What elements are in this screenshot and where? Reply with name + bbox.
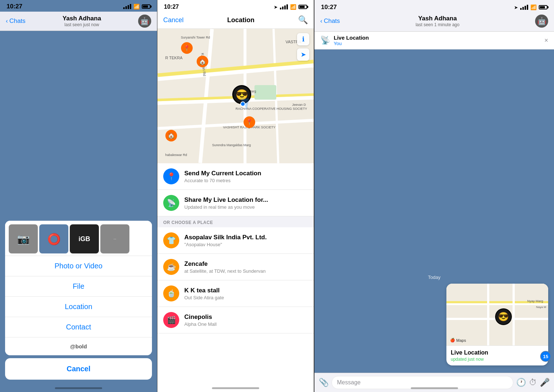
current-location-icon: 📍 [163,168,179,184]
map-pin-1: 📍 [181,42,193,54]
battery-icon-2 [298,5,307,9]
place-sub-4: Alpha One Mall [184,321,308,327]
photo-thumb-1[interactable] [39,224,68,253]
photo-thumb-2[interactable]: iGB [70,224,99,253]
place-text-3: K K tea stall Out Side Atira gate [184,287,308,300]
map-pin-3: 📍 [244,116,255,128]
avatar-3[interactable]: 🤖 [535,15,548,28]
live-location-icon: 📡 [163,195,179,211]
map-label-rtekra: R TEKRA [165,56,182,60]
avatar-1[interactable]: 🤖 [138,15,151,28]
signal-icon-2 [280,4,288,9]
map-view[interactable]: VASTRA R TEKRA Kadambari Rd RACHANA COOP… [157,29,314,163]
wifi-icon: 📶 [133,4,140,9]
camera-thumb[interactable] [9,224,38,253]
battery-icon-3 [539,5,547,9]
battery-icon [142,4,150,9]
chat-header-title-3: Yash Adhana last seen 1 minute ago [416,15,459,27]
chevron-left-icon-3: ‹ [320,17,322,25]
contact-option[interactable]: Contact [5,317,152,337]
action-sheet-photos: iGB ··· Photo or Video File Location Con… [5,221,152,355]
map-info-button[interactable]: ℹ [297,33,309,45]
apple-maps-label: 🍎Maps [450,338,466,343]
bold-option[interactable]: @bold [5,337,152,355]
search-button[interactable]: 🔍 [298,15,308,25]
statusbar-time-1: 10:27 [7,3,22,10]
place-text-4: Cinepolis Alpha One Mall [184,313,308,327]
live-location-title: Share My Live Location for... [184,196,308,204]
chat-date-label: Today [314,267,554,284]
back-label-1: Chats [9,17,25,25]
statusbar-time-2: 10:27 [164,4,179,10]
live-location-sub: Updated in real time as you move [184,204,308,210]
clock-icon[interactable]: ⏱ [529,378,537,387]
place-title-3: K K tea stall [184,287,308,294]
place-cinepolis[interactable]: 🎬 Cinepolis Alpha One Mall [157,307,314,333]
action-cancel-button[interactable]: Cancel [5,358,152,380]
chat-space [314,49,554,267]
bubble-live-sub: updated just now [451,357,544,362]
map-bubble-map: Nyay Marg Naya M 😎 🍎Maps [446,284,548,345]
map-label-habaleswar: habaleswar Rd [165,153,187,157]
place-zencafe[interactable]: ☕ Zencafe at Satellite, at TDW, next to … [157,254,314,280]
photo-thumb-3[interactable]: ··· [100,224,129,253]
cancel-button-2[interactable]: Cancel [163,16,184,24]
bubble-live-title: Live Location [451,349,544,356]
location-options-list: 📍 Send My Current Location Accurate to 7… [157,163,314,333]
attach-icon[interactable]: 📎 [319,378,329,387]
back-button-1[interactable]: ‹ Chats [6,17,25,25]
send-current-location[interactable]: 📍 Send My Current Location Accurate to 7… [157,163,314,190]
share-live-location[interactable]: 📡 Share My Live Location for... Updated … [157,190,314,216]
mini-map-label-nay: Nyay Marg [527,299,543,303]
map-bubble[interactable]: Nyay Marg Naya M 😎 🍎Maps Live Location [446,284,548,365]
live-location-close-button[interactable]: × [544,37,548,44]
phone-3: 10:27 ➤ 📶 ‹ Chats Yash Adhana last seen … [314,0,554,392]
input-bar-3: 📎 Message 🕐 ⏱ 🎤 [314,373,554,392]
location-option[interactable]: Location [5,297,152,317]
statusbar-2: 10:27 ➤ 📶 [157,0,314,12]
map-bubble-inner: Nyay Marg Naya M 😎 🍎Maps [446,284,548,345]
map-label-suryanshi: Suryanshi Tower Rd [181,36,210,39]
place-sub-1: "Asopalav House" [184,242,308,247]
location-arrow-icon: ➤ [274,4,278,10]
place-title-4: Cinepolis [184,313,308,321]
current-location-title: Send My Current Location [184,170,308,177]
map-blue-dot [240,101,245,107]
live-location-banner-sub: You [334,41,541,46]
place-asopalav[interactable]: 👕 Asopalav Silk India Pvt. Ltd. "Asopala… [157,227,314,254]
input-bar-right-icons: 🕐 ⏱ 🎤 [516,378,550,387]
green-area [254,85,276,100]
place-kk-tea[interactable]: 🍵 K K tea stall Out Side Atira gate [157,280,314,307]
timer-icon[interactable]: 🕐 [516,378,526,387]
signal-icon [123,4,131,9]
map-bubble-footer: Live Location updated just now [446,345,548,365]
action-sheet: iGB ··· Photo or Video File Location Con… [0,221,157,392]
navbar-3: ‹ Chats Yash Adhana last seen 1 minute a… [314,12,554,32]
photo-video-option[interactable]: Photo or Video [5,256,152,276]
map-background: VASTRA R TEKRA Kadambari Rd RACHANA COOP… [157,29,314,163]
map-locate-button[interactable]: ➤ [297,48,309,61]
chat-header-title-1: Yash Adhana last seen just now [63,15,101,27]
back-button-3[interactable]: ‹ Chats [320,17,340,25]
map-bubble-user-pin: 😎 [495,308,512,325]
microphone-icon[interactable]: 🎤 [540,378,550,387]
contact-name-1: Yash Adhana [63,15,101,22]
phone-1: 10:27 📶 ‹ Chats Yash Adhana last seen ju… [0,0,157,392]
live-location-signal-icon: 📡 [320,36,330,45]
location-navbar: Cancel Location 🔍 [157,12,314,29]
chat-bottom-space [314,365,554,373]
place-sub-2: at Satellite, at TDW, next to Sundervan [184,268,308,274]
statusbar-icons-1: 📶 [123,4,150,9]
home-indicator-3 [411,387,458,389]
location-title: Location [227,16,254,24]
place-icon-4: 🎬 [163,312,179,328]
map-label-surendra: Surendra Mangaldas Marg [212,143,251,147]
place-icon-3: 🍵 [163,285,179,301]
last-seen-1: last seen just now [63,22,101,27]
statusbar-1: 10:27 📶 [0,0,157,12]
statusbar-icons-2: ➤ 📶 [274,4,307,10]
file-option[interactable]: File [5,276,152,297]
signal-icon-3 [520,5,528,10]
road-v1 [198,29,214,163]
place-icon-1: 👕 [163,232,179,248]
